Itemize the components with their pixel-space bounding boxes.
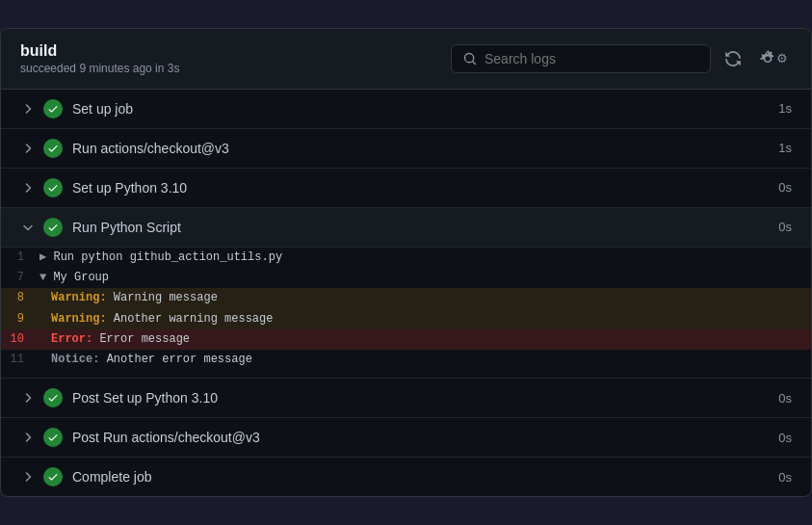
chevron-right-icon: [20, 469, 36, 485]
job-label: Set up Python 3.10: [72, 180, 778, 196]
job-list: Set up job 1s Run actions/checkout@v3 1s…: [1, 90, 811, 496]
log-content: Error: Error message: [39, 330, 811, 349]
log-content: Warning: Another warning message: [39, 310, 811, 328]
job-item-checkout[interactable]: Run actions/checkout@v3 1s: [1, 129, 811, 169]
chevron-right-icon: [20, 390, 36, 406]
success-icon: [43, 139, 63, 158]
chevron-down-icon: [20, 220, 36, 235]
success-icon: [43, 99, 63, 118]
job-label: Post Run actions/checkout@v3: [72, 430, 778, 445]
job-duration: 0s: [778, 431, 792, 445]
log-content: Notice: Another error message: [39, 351, 811, 369]
header-info: build succeeded 9 minutes ago in 3s: [20, 42, 179, 75]
job-item-run-script[interactable]: Run Python Script 0s: [1, 208, 811, 248]
job-duration: 1s: [778, 141, 792, 155]
search-input[interactable]: [485, 51, 698, 66]
job-duration: 1s: [778, 101, 792, 116]
job-item-setup-job[interactable]: Set up job 1s: [1, 90, 811, 129]
chevron-right-icon: [20, 101, 36, 117]
group-arrow: ▶: [39, 250, 46, 264]
log-line-7: 7 ▼ My Group: [1, 268, 811, 288]
log-content: ▶ Run python github_action_utils.py: [39, 249, 811, 267]
main-window: build succeeded 9 minutes ago in 3s: [0, 28, 812, 497]
line-number: 7: [1, 269, 39, 287]
refresh-button[interactable]: [720, 46, 746, 71]
job-title: build: [20, 42, 179, 60]
header-controls: ⚙: [451, 44, 792, 73]
chevron-right-icon: [20, 141, 36, 156]
line-number: 1: [1, 249, 39, 267]
group-arrow: ▼: [39, 271, 46, 284]
job-label: Run actions/checkout@v3: [72, 141, 778, 156]
success-icon: [43, 388, 63, 407]
job-item-run-script-container: Run Python Script 0s 1 ▶ Run python gith…: [1, 208, 811, 379]
success-icon: [43, 178, 63, 197]
line-number: 8: [1, 289, 39, 307]
job-item-post-python[interactable]: Post Set up Python 3.10 0s: [1, 379, 811, 418]
settings-button[interactable]: ⚙: [755, 46, 792, 71]
job-subtitle: succeeded 9 minutes ago in 3s: [20, 62, 179, 75]
line-number: 10: [1, 330, 39, 349]
job-label: Post Set up Python 3.10: [72, 390, 778, 406]
job-item-complete[interactable]: Complete job 0s: [1, 458, 811, 496]
job-duration: 0s: [778, 220, 792, 234]
header: build succeeded 9 minutes ago in 3s: [1, 29, 811, 90]
line-number: 9: [1, 310, 39, 328]
log-line-11: 11 Notice: Another error message: [1, 350, 811, 370]
job-duration: 0s: [778, 470, 792, 485]
job-label: Run Python Script: [72, 220, 778, 235]
chevron-right-icon: [20, 180, 36, 196]
job-item-setup-python[interactable]: Set up Python 3.10 0s: [1, 169, 811, 208]
log-line-8: 8 Warning: Warning message: [1, 288, 811, 308]
warning-label: Warning:: [51, 312, 107, 326]
log-content: ▼ My Group: [39, 269, 811, 287]
log-section: 1 ▶ Run python github_action_utils.py 7 …: [1, 248, 811, 379]
success-icon: [43, 218, 63, 237]
gear-icon: [759, 50, 776, 67]
error-label: Error:: [51, 332, 92, 346]
notice-label: Notice:: [51, 353, 99, 366]
job-label: Set up job: [72, 101, 778, 117]
success-icon: [43, 428, 63, 447]
log-spacer: [1, 370, 811, 378]
log-line-10: 10 Error: Error message: [1, 329, 811, 350]
chevron-right-icon: [20, 430, 36, 445]
warning-label: Warning:: [51, 291, 107, 304]
refresh-icon: [724, 50, 742, 67]
job-label: Complete job: [72, 469, 778, 485]
search-icon: [463, 52, 477, 66]
line-number: 11: [1, 351, 39, 369]
log-content: Warning: Warning message: [39, 289, 811, 307]
job-duration: 0s: [778, 180, 792, 195]
job-item-post-checkout[interactable]: Post Run actions/checkout@v3 0s: [1, 418, 811, 458]
job-duration: 0s: [778, 391, 792, 406]
log-line-9: 9 Warning: Another warning message: [1, 309, 811, 329]
success-icon: [43, 467, 63, 486]
search-box[interactable]: [451, 44, 711, 73]
log-line-1: 1 ▶ Run python github_action_utils.py: [1, 248, 811, 268]
